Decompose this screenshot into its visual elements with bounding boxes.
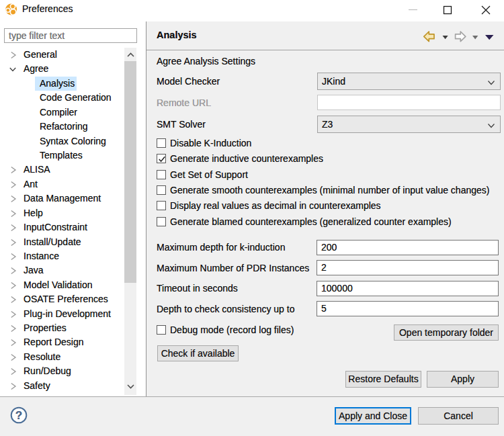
svg-text:?: ? bbox=[15, 409, 22, 422]
